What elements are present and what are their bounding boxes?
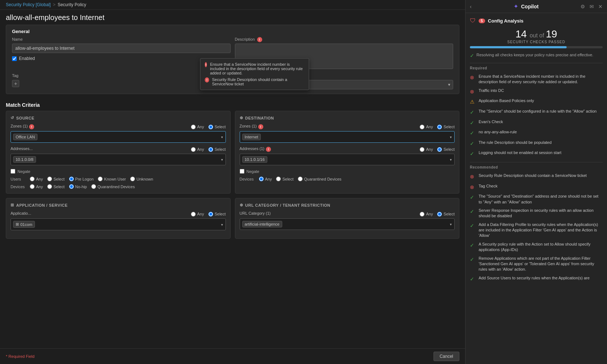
dest-addresses-select-option[interactable]: Select <box>437 147 455 152</box>
check-icon-rec1: ⊗ <box>470 173 476 181</box>
copilot-header-actions: ⚙ ✉ ✕ <box>580 4 603 9</box>
users-unknown-radio[interactable] <box>130 177 135 181</box>
dest-zones-select-radio[interactable] <box>437 125 442 129</box>
destination-negate-label: Negate <box>247 169 259 174</box>
destination-zones-info[interactable]: ! <box>258 124 263 129</box>
src-devices-nohip-option[interactable]: No-hip <box>69 184 87 189</box>
users-pre-logon-radio[interactable] <box>69 177 74 181</box>
dst-devices-quarantined-radio[interactable] <box>298 177 303 181</box>
check-text-r6: no any-any-allow-rule <box>479 129 517 135</box>
users-any-option[interactable]: Any <box>30 177 43 181</box>
destination-addresses-info[interactable]: ! <box>266 147 271 152</box>
check-icon-r4: ✓ <box>470 109 476 116</box>
src-devices-select-radio[interactable] <box>47 184 52 189</box>
source-zones-input[interactable]: Office LAN <box>11 131 226 143</box>
main-scroll-area: General Name Enabled <box>0 25 465 348</box>
app-any-radio[interactable] <box>191 212 196 217</box>
dest-zones-any-option[interactable]: Any <box>420 125 433 129</box>
users-known-radio[interactable] <box>98 177 103 181</box>
close-icon[interactable]: ✕ <box>598 4 603 9</box>
name-input[interactable] <box>12 44 231 53</box>
url-select-option[interactable]: Select <box>437 212 455 217</box>
check-text-r7: The rule Description should be populated <box>479 140 552 145</box>
dest-zones-select-option[interactable]: Select <box>437 125 455 129</box>
dest-addresses-select-radio[interactable] <box>437 147 442 152</box>
src-devices-any-radio[interactable] <box>30 184 35 189</box>
dst-devices-select-option[interactable]: Select <box>276 177 293 181</box>
check-icon-r3: ⚠ <box>470 98 476 106</box>
mail-icon[interactable]: ✉ <box>590 4 594 9</box>
destination-icon: ⊕ <box>240 116 243 120</box>
check-icon-rec4: ✓ <box>470 208 476 215</box>
url-select-radio[interactable] <box>437 212 442 217</box>
app-select-radio[interactable] <box>208 212 213 217</box>
score-label: SECURITY CHECKS PASSED <box>470 40 603 44</box>
users-unknown-option[interactable]: Unknown <box>130 177 153 181</box>
src-devices-nohip-radio[interactable] <box>69 184 74 189</box>
destination-addresses-input[interactable]: 10.1.0.1/16 <box>240 154 455 165</box>
users-select-radio[interactable] <box>47 177 52 181</box>
app-input[interactable]: ⊞ 01com <box>11 218 226 230</box>
src-devices-quarantined-option[interactable]: Quarantined Devices <box>91 184 135 189</box>
dest-addresses-any-radio[interactable] <box>420 147 424 152</box>
destination-zones-input[interactable]: Internet <box>240 131 455 143</box>
check-item-rec3: ✓ The "Source" and "Destination" address… <box>470 192 603 206</box>
src-devices-any-option[interactable]: Any <box>30 184 43 189</box>
check-text-r8: Logging should not be enabled at session… <box>479 150 562 155</box>
check-text-rec5: Add a Data Filtering Profile to security… <box>479 222 603 239</box>
url-any-radio[interactable] <box>420 212 424 217</box>
users-select-option[interactable]: Select <box>47 177 65 181</box>
score-progress-fill <box>470 46 567 48</box>
cancel-button[interactable]: Cancel <box>434 352 459 361</box>
app-select-option[interactable]: Select <box>208 212 226 217</box>
description-info-icon[interactable]: ! <box>257 37 262 42</box>
check-item-rec1: ⊗ Security Rule Description should conta… <box>470 171 603 182</box>
source-addresses-any-option[interactable]: Any <box>191 147 204 152</box>
check-icon-rec3: ✓ <box>470 194 476 201</box>
dest-zones-any-radio[interactable] <box>420 125 424 129</box>
source-devices-label: Devices <box>11 185 27 189</box>
users-known-option[interactable]: Known User <box>98 177 126 181</box>
src-devices-select-option[interactable]: Select <box>47 184 65 189</box>
source-card-header: ↺ SOURCE <box>11 116 226 120</box>
destination-negate-checkbox[interactable] <box>240 169 244 174</box>
dst-devices-any-radio[interactable] <box>259 177 264 181</box>
source-zones-select-option[interactable]: Select <box>208 125 226 129</box>
source-zones-input-wrapper: Office LAN ▾ <box>11 131 226 143</box>
dst-devices-quarantined-option[interactable]: Quarantined Devices <box>298 177 342 181</box>
source-addresses-input-wrapper: 10.1.0.0/8 ▾ <box>11 154 226 165</box>
users-any-radio[interactable] <box>30 177 35 181</box>
check-item-r6: ✓ no any-any-allow-rule <box>470 128 603 138</box>
config-analysis-title: Config Analysis <box>488 18 524 24</box>
source-addresses-any-radio[interactable] <box>191 147 196 152</box>
check-text-r1: Ensure that a ServiceNow incident number… <box>479 74 603 85</box>
source-addresses-label: Addresses... <box>11 146 33 151</box>
url-input[interactable]: artificial-intelligence <box>240 218 455 230</box>
users-pre-logon-option[interactable]: Pre Logon <box>69 177 94 181</box>
enabled-checkbox[interactable] <box>12 56 17 61</box>
source-addresses-select-radio[interactable] <box>208 147 213 152</box>
source-zones-select-radio[interactable] <box>208 125 213 129</box>
dest-addresses-any-option[interactable]: Any <box>420 147 433 152</box>
dst-devices-select-radio[interactable] <box>276 177 281 181</box>
source-addresses-select-option[interactable]: Select <box>208 147 226 152</box>
breadcrumb-parent[interactable]: Security Policy [Global] <box>6 2 51 7</box>
source-zones-any-option[interactable]: Any <box>191 125 204 129</box>
source-zones-info[interactable]: ! <box>29 124 34 129</box>
config-analysis-badge: 5 <box>479 19 485 23</box>
add-tag-button[interactable]: + <box>12 80 19 87</box>
source-addresses-input[interactable]: 10.1.0.0/8 <box>11 154 226 165</box>
url-category-header: ⊕ URL CATEGORY / TENANT RESTRICTION <box>240 203 455 207</box>
general-section-header: General <box>6 25 459 37</box>
src-devices-quarantined-radio[interactable] <box>91 184 96 189</box>
source-users-row: Users Any Select <box>11 177 226 181</box>
settings-icon[interactable]: ⚙ <box>580 4 585 9</box>
required-note: * Required Field <box>6 354 35 359</box>
source-zones-any-radio[interactable] <box>191 125 196 129</box>
url-any-option[interactable]: Any <box>420 212 433 217</box>
copilot-title: Copilot <box>521 4 539 9</box>
app-any-option[interactable]: Any <box>191 212 204 217</box>
dst-devices-any-option[interactable]: Any <box>259 177 272 181</box>
collapse-panel-button[interactable]: ‹ <box>470 4 472 9</box>
source-negate-checkbox[interactable] <box>11 169 15 174</box>
